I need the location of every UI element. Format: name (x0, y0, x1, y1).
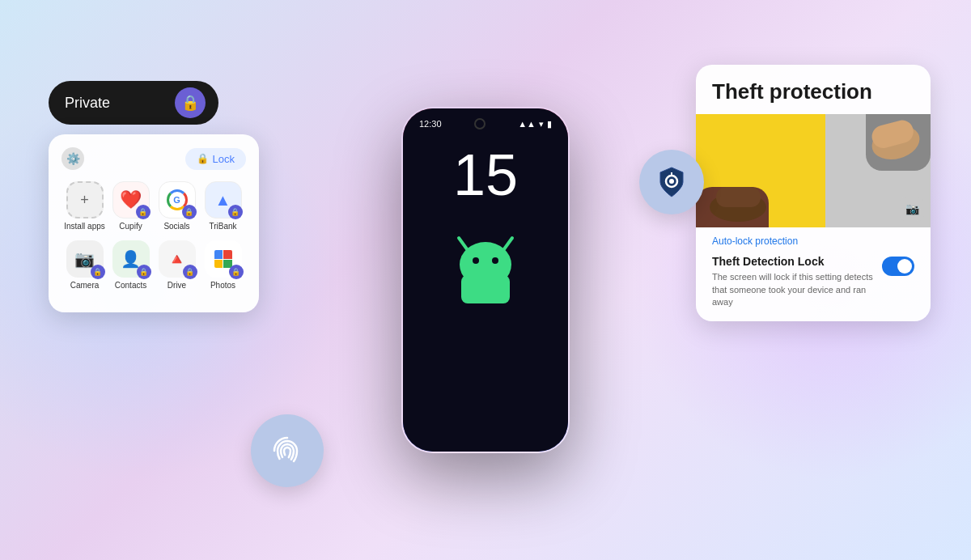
app-name-tribank: TriBank (209, 222, 236, 231)
lock-button[interactable]: 🔒 Lock (185, 148, 246, 170)
app-name-cupify: Cupify (119, 222, 142, 231)
phone-notch (474, 118, 486, 129)
lock-overlay-drive: 🔒 (183, 265, 197, 279)
fingerprint-bubble (251, 414, 324, 487)
card-top-bar: ⚙️ 🔒 Lock (61, 147, 246, 170)
app-grid-card: ⚙️ 🔒 Lock + Install apps ❤️ 🔒 Cupify (49, 134, 259, 312)
battery-icon: ▮ (547, 119, 552, 129)
phone-mockup: 12:30 ▲▲ ▾ ▮ 15 (401, 106, 570, 454)
app-item-camera[interactable]: 📷 🔒 Camera (62, 240, 107, 290)
theft-detection-text: Theft Detection Lock The screen will loc… (712, 255, 874, 308)
svg-point-3 (473, 257, 479, 264)
app-item-photos[interactable]: 🔒 Photos (201, 240, 245, 290)
app-item-contacts[interactable]: 👤 🔒 Contacts (108, 240, 153, 290)
app-icon-photos: 🔒 (205, 240, 242, 278)
phone-screen: 12:30 ▲▲ ▾ ▮ 15 (403, 108, 568, 452)
svg-rect-5 (461, 275, 510, 303)
phone-status-icons: ▲▲ ▾ ▮ (518, 119, 552, 129)
app-icon-tribank: ▲ 🔒 (205, 181, 242, 218)
fingerprint-icon (268, 431, 307, 470)
android-mascot (441, 228, 530, 312)
app-item-install[interactable]: + Install apps (62, 181, 107, 231)
svg-rect-10 (716, 187, 761, 207)
private-label: Private (65, 95, 167, 112)
lock-overlay-contacts: 🔒 (137, 265, 151, 279)
shield-bubble (639, 150, 704, 214)
snatch-scene: 📷 (696, 114, 931, 227)
lock-overlay-camera: 🔒 (91, 265, 105, 279)
theft-detection-title: Theft Detection Lock (712, 255, 874, 268)
app-item-tribank[interactable]: ▲ 🔒 TriBank (201, 181, 245, 231)
app-icon-socials: G 🔒 (159, 181, 196, 218)
camera-small-icon: 📷 (900, 197, 924, 221)
app-name-contacts: Contacts (115, 281, 146, 290)
android-mascot-svg (441, 228, 530, 309)
svg-point-7 (669, 179, 674, 184)
app-row-1: + Install apps ❤️ 🔒 Cupify G 🔒 Socials (61, 181, 246, 231)
theft-detection-toggle[interactable]: ✓ (882, 257, 914, 276)
lock-overlay-tribank: 🔒 (228, 205, 243, 219)
signal-icon: ▲▲ (518, 119, 536, 129)
theft-protection-title: Theft protection (696, 65, 931, 114)
phone-body: 12:30 ▲▲ ▾ ▮ 15 (401, 106, 570, 454)
app-row-2: 📷 🔒 Camera 👤 🔒 Contacts 🔺 🔒 Drive (61, 240, 246, 290)
app-icon-install: + (66, 181, 104, 218)
private-space-panel: Private 🔒 ⚙️ 🔒 Lock + Install apps ❤️ 🔒 (49, 81, 259, 312)
private-badge: Private 🔒 (49, 81, 218, 125)
settings-icon[interactable]: ⚙️ (61, 147, 84, 170)
phone-time: 12:30 (419, 119, 442, 129)
app-icon-drive: 🔺 🔒 (159, 240, 196, 278)
photos-grid-icon (214, 250, 232, 268)
app-icon-cupify: ❤️ 🔒 (112, 181, 150, 218)
dark-hand-svg (704, 179, 773, 223)
lock-overlay-cupify: 🔒 (136, 205, 151, 219)
theft-illustration: 📷 (696, 114, 931, 227)
app-name-camera: Camera (70, 281, 100, 290)
wifi-icon: ▾ (539, 119, 544, 129)
phone-date: 15 (453, 146, 518, 204)
lock-btn-icon: 🔒 (197, 153, 209, 164)
app-icon-contacts: 👤 🔒 (112, 240, 150, 278)
theft-protection-panel: Theft protection (696, 65, 931, 321)
app-name-socials: Socials (163, 222, 189, 231)
private-lock-icon: 🔒 (175, 87, 206, 118)
theft-detection-row: Theft Detection Lock The screen will loc… (696, 252, 931, 321)
lock-overlay-socials: 🔒 (182, 205, 197, 219)
lock-overlay-photos: 🔒 (229, 265, 244, 279)
theft-detection-desc: The screen will lock if this setting det… (712, 271, 874, 308)
app-item-socials[interactable]: G 🔒 Socials (155, 181, 199, 231)
dark-hand (704, 179, 773, 223)
app-icon-camera: 📷 🔒 (66, 240, 104, 278)
app-name-drive: Drive (167, 281, 186, 290)
app-name-install: Install apps (64, 222, 105, 231)
shield-icon (654, 164, 689, 200)
toggle-check-icon: ✓ (904, 262, 910, 271)
theft-card: Theft protection (696, 65, 931, 321)
app-name-photos: Photos (210, 281, 235, 290)
svg-point-4 (492, 257, 498, 264)
app-item-cupify[interactable]: ❤️ 🔒 Cupify (108, 181, 153, 231)
auto-lock-label: Auto-lock protection (696, 227, 931, 252)
lock-btn-label: Lock (213, 153, 235, 165)
app-item-drive[interactable]: 🔺 🔒 Drive (155, 240, 199, 290)
phone-status-bar: 12:30 ▲▲ ▾ ▮ (403, 108, 568, 129)
